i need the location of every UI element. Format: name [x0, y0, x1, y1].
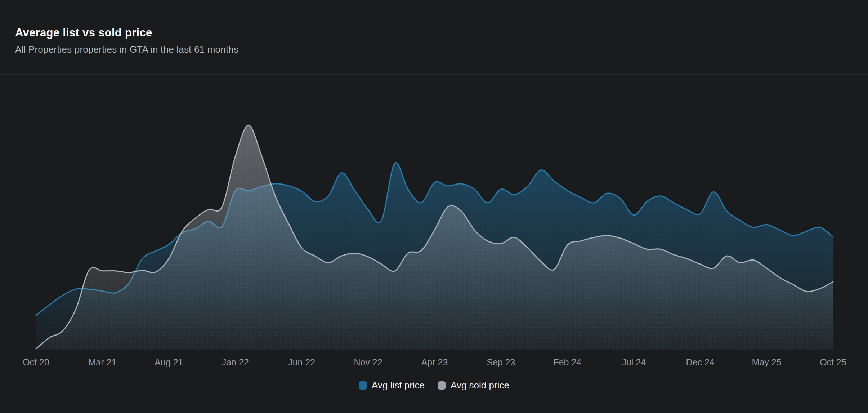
- page-title: Average list vs sold price: [15, 27, 853, 39]
- x-tick-sep-23: Sep 23: [487, 357, 515, 368]
- area-chart-canvas[interactable]: [0, 75, 868, 352]
- x-tick-oct-25: Oct 25: [820, 357, 846, 368]
- chart-header: Average list vs sold price All Propertie…: [0, 0, 868, 75]
- x-tick-may-25: May 25: [752, 357, 782, 368]
- x-tick-oct-20: Oct 20: [23, 357, 49, 368]
- legend-item-avg-sold-price[interactable]: Avg sold price: [438, 380, 509, 391]
- x-tick-aug-21: Aug 21: [155, 357, 183, 368]
- x-tick-jul-24: Jul 24: [622, 357, 646, 368]
- x-tick-feb-24: Feb 24: [553, 357, 581, 368]
- x-tick-mar-21: Mar 21: [89, 357, 117, 368]
- avg-sold-price-swatch-icon: [438, 381, 446, 390]
- legend-label: Avg sold price: [451, 380, 509, 391]
- x-tick-jan-22: Jan 22: [222, 357, 249, 368]
- x-axis-tick-row: Oct 20Mar 21Aug 21Jan 22Jun 22Nov 22Apr …: [0, 352, 868, 372]
- x-tick-dec-24: Dec 24: [686, 357, 715, 368]
- page-subtitle: All Properties properties in GTA in the …: [15, 44, 853, 55]
- price-trend-chart: [0, 75, 868, 352]
- x-tick-jun-22: Jun 22: [288, 357, 315, 368]
- x-tick-apr-23: Apr 23: [421, 357, 448, 368]
- chart-legend: Avg list price Avg sold price: [0, 378, 868, 392]
- legend-label: Avg list price: [372, 380, 425, 391]
- x-tick-nov-22: Nov 22: [354, 357, 382, 368]
- legend-item-avg-list-price[interactable]: Avg list price: [359, 380, 425, 391]
- avg-list-price-swatch-icon: [359, 381, 367, 390]
